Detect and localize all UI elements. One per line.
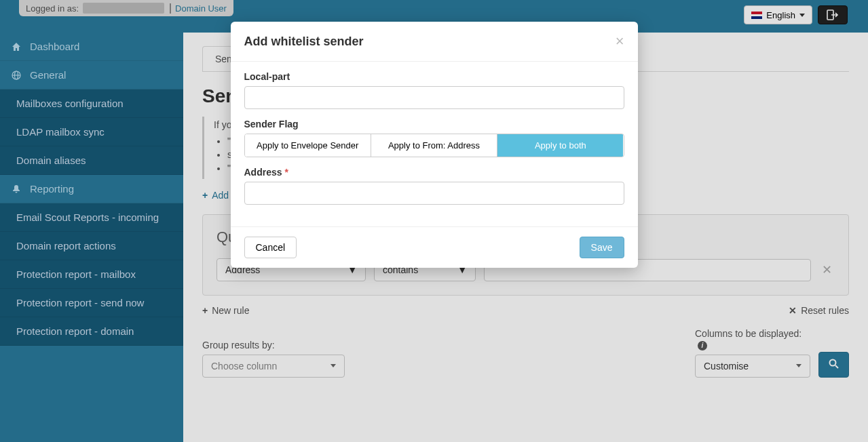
modal-body: Local-part Sender Flag Apply to Envelope… <box>231 62 638 226</box>
local-part-label: Local-part <box>244 71 624 82</box>
local-part-input[interactable] <box>244 86 624 109</box>
add-whitelist-modal: Add whitelist sender × Local-part Sender… <box>231 22 638 268</box>
modal-close-button[interactable]: × <box>616 33 624 50</box>
address-input[interactable] <box>244 182 624 205</box>
sender-flag-group: Apply to Envelope Sender Apply to From: … <box>244 134 624 157</box>
flag-from-button[interactable]: Apply to From: Address <box>371 134 497 157</box>
modal-footer: Cancel Save <box>231 226 638 268</box>
save-button[interactable]: Save <box>580 237 624 258</box>
address-label: Address * <box>244 167 624 178</box>
flag-both-button[interactable]: Apply to both <box>497 134 623 157</box>
modal-title: Add whitelist sender <box>244 35 364 49</box>
modal-header: Add whitelist sender × <box>231 22 638 62</box>
required-mark: * <box>284 167 288 178</box>
cancel-button[interactable]: Cancel <box>244 237 297 258</box>
sender-flag-label: Sender Flag <box>244 119 624 129</box>
flag-envelope-button[interactable]: Apply to Envelope Sender <box>245 134 371 157</box>
